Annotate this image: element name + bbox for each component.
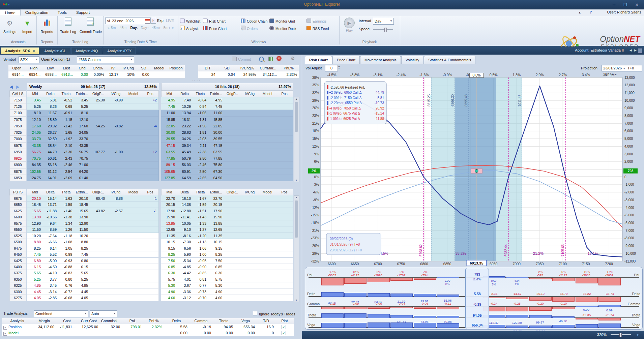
chain-cell[interactable]: 77.85 xyxy=(208,155,224,162)
chain-cell[interactable]: 105.65 xyxy=(161,168,177,175)
chain-cell[interactable] xyxy=(276,220,293,226)
chain-cell[interactable]: -0.88 xyxy=(58,264,74,270)
chain-cell[interactable] xyxy=(241,289,259,295)
chain-cell[interactable]: 102.55 xyxy=(27,168,43,175)
chain-cell[interactable] xyxy=(124,168,142,175)
chain-cell[interactable]: 20.10 xyxy=(27,195,43,202)
chain-cell[interactable]: -3.77 xyxy=(42,276,59,282)
chain-cell[interactable]: 8.10 xyxy=(27,110,43,116)
chain-cell[interactable]: 61.40 xyxy=(74,175,90,181)
chain-cell[interactable]: 15.65 xyxy=(74,208,90,214)
chain-cell[interactable] xyxy=(124,143,142,149)
chain-cell[interactable] xyxy=(276,143,293,149)
window-button-price-chart[interactable]: Price Chart xyxy=(203,26,227,32)
chain-cell[interactable] xyxy=(224,123,241,129)
chain-cell[interactable]: 23.22 xyxy=(177,123,193,129)
chain-cell[interactable] xyxy=(224,110,241,116)
strike-cell[interactable]: 7000 xyxy=(9,136,26,142)
chain-cell[interactable]: -2.54 xyxy=(58,168,74,175)
chain-cell[interactable] xyxy=(241,214,259,220)
chain-cell[interactable]: 7.45 xyxy=(27,251,43,257)
chain-cell[interactable] xyxy=(276,289,293,295)
commit-trade-button[interactable]: + Commit Trade xyxy=(79,18,103,34)
chain-cell[interactable] xyxy=(90,276,107,282)
tab-scroll-left-icon[interactable]: ◀ xyxy=(630,49,632,52)
chain-cell[interactable]: -1.65 xyxy=(58,129,74,136)
chain-cell[interactable]: -1.43 xyxy=(193,214,208,220)
chain-cell[interactable]: -6.66 xyxy=(42,239,59,245)
chain-cell[interactable]: 20.15 xyxy=(208,202,224,208)
chain-cell[interactable] xyxy=(276,117,293,123)
chain-cell[interactable] xyxy=(276,136,293,142)
chain-cell[interactable]: 12.90 xyxy=(74,220,90,226)
chain-cell[interactable]: 15.90 xyxy=(161,214,177,220)
chain-cell[interactable] xyxy=(107,295,125,301)
chain-cell[interactable] xyxy=(142,220,159,226)
chain-cell[interactable]: 22.70 xyxy=(208,195,224,202)
chain-cell[interactable] xyxy=(276,123,293,129)
reports-button[interactable]: Reports xyxy=(38,18,56,34)
chain-cell[interactable]: 44.79 xyxy=(42,149,59,155)
chain-cell[interactable] xyxy=(241,258,259,264)
chain-cell[interactable]: 5.75 xyxy=(208,276,224,282)
chain-cell[interactable] xyxy=(241,162,259,168)
chain-cell[interactable]: -0.70 xyxy=(193,295,208,301)
chain-cell[interactable]: 10.20 xyxy=(74,233,90,239)
chain-cell[interactable]: -1.81 xyxy=(193,129,208,136)
chain-cell[interactable] xyxy=(224,143,241,149)
chain-cell[interactable]: 10.15 xyxy=(208,239,224,245)
calls-page-prev-icon[interactable]: ◀ xyxy=(9,84,13,89)
strike-cell[interactable]: 6475 xyxy=(9,245,26,251)
risk-tab-risk-chart[interactable]: Risk Chart xyxy=(305,56,332,64)
chain-cell[interactable]: -10.56 xyxy=(42,214,59,220)
chain-cell[interactable] xyxy=(241,270,259,276)
chain-cell[interactable] xyxy=(224,202,241,208)
vol-adjust-arrows[interactable]: ▲▼ xyxy=(338,65,340,69)
chain-cell[interactable]: -1.59 xyxy=(193,202,208,208)
chain-cell[interactable] xyxy=(224,282,241,288)
chain-cell[interactable] xyxy=(142,245,159,251)
chain-cell[interactable] xyxy=(259,155,276,162)
chain-cell[interactable] xyxy=(241,202,259,208)
window-button-risk-chart[interactable]: Risk Chart xyxy=(203,18,226,25)
chain-cell[interactable] xyxy=(276,295,293,301)
settings-button[interactable]: ⚙ Settings xyxy=(1,18,19,34)
chain-cell[interactable]: -4.85 xyxy=(177,264,193,270)
chain-scrollbar[interactable]: ▲▼ xyxy=(294,195,299,302)
chain-cell[interactable] xyxy=(259,214,276,220)
strike-cell[interactable]: 7100 xyxy=(9,110,26,116)
chain-cell[interactable]: 6.80 xyxy=(74,258,90,264)
chain-cell[interactable] xyxy=(241,226,259,233)
quote-splitter-dots[interactable]: ····· xyxy=(192,79,201,82)
chain-cell[interactable]: 64.50 xyxy=(208,175,224,181)
strike-cell[interactable]: 6450 xyxy=(9,251,26,257)
chain-cell[interactable]: 8.80 xyxy=(74,239,90,245)
chain-cell[interactable]: -3.14 xyxy=(42,289,59,295)
chain-cell[interactable]: 45.49 xyxy=(177,149,193,155)
chain-cell[interactable]: -1.34 xyxy=(58,220,74,226)
chain-cell[interactable] xyxy=(241,195,259,202)
chain-cell[interactable]: 4.95 xyxy=(161,97,177,103)
chain-cell[interactable]: 5.25 xyxy=(74,103,90,110)
chain-cell[interactable] xyxy=(124,195,142,202)
time-step-5m+[interactable]: 5m+ xyxy=(164,26,171,30)
chain-cell[interactable]: -6.56 xyxy=(177,245,193,251)
chain-cell[interactable] xyxy=(90,155,107,162)
chain-cell[interactable] xyxy=(90,258,107,264)
chain-cell[interactable]: 18.31 xyxy=(177,117,193,123)
chain-cell[interactable]: -1.92 xyxy=(58,136,74,142)
chain-cell[interactable] xyxy=(224,233,241,239)
chain-cell[interactable]: -0.68 xyxy=(58,295,74,301)
chain-cell[interactable]: 7.45 xyxy=(161,103,177,110)
chain-cell[interactable] xyxy=(107,129,125,136)
chain-cell[interactable]: 8.26 xyxy=(42,103,59,110)
chain-cell[interactable]: 7.45 xyxy=(74,251,90,257)
chain-cell[interactable] xyxy=(276,214,293,220)
chain-cell[interactable] xyxy=(124,233,142,239)
chain-cell[interactable]: 17.90 xyxy=(208,208,224,214)
chain-cell[interactable]: -1.18 xyxy=(58,233,74,239)
window-button-analysis[interactable]: ΣAnalysis xyxy=(180,26,199,32)
chain-cell[interactable] xyxy=(142,136,159,142)
chain-cell[interactable] xyxy=(107,162,125,168)
risk-tab-statistics---fundamentals[interactable]: Statistics & Fundamentals xyxy=(424,56,475,64)
